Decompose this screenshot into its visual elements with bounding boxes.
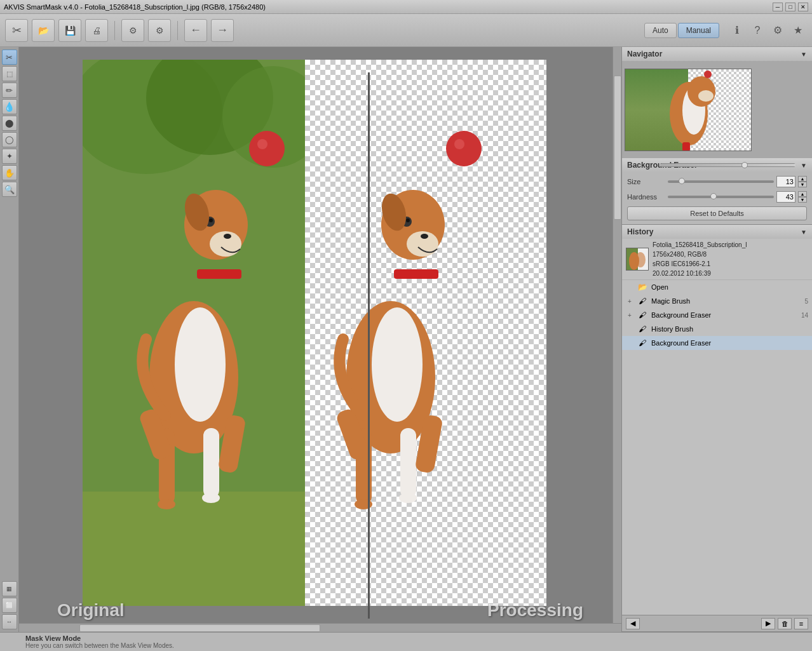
fill-tool[interactable]: 💧 [2,99,17,114]
mode-switcher: Auto Manual [644,23,719,38]
selection-tool[interactable]: ✂ [2,50,17,65]
size-slider[interactable] [668,180,774,183]
history-brush-item[interactable]: 🖌 History Brush [622,322,812,336]
hand-tool[interactable]: ✋ [2,165,17,180]
brush-tool-2[interactable]: ◯ [2,132,17,147]
rect-select-tool[interactable]: ⬚ [2,66,17,81]
v-scroll-thumb[interactable] [614,76,621,220]
manual-mode-button[interactable]: Manual [678,23,719,38]
history-menu-button[interactable]: ≡ [794,618,808,629]
reset-defaults-button[interactable]: Reset to Defaults [627,206,807,220]
undo-button[interactable]: ← [184,19,207,42]
history-brush-label: History Brush [651,325,693,333]
history-magic-brush-item[interactable]: + 🖌 Magic Brush 5 [622,294,812,308]
hardness-slider-thumb[interactable] [710,193,717,199]
svg-rect-4 [83,492,305,606]
svg-rect-36 [394,269,438,279]
print-button[interactable]: 🖨 [85,19,108,42]
view-mode-3[interactable]: ↔ [2,614,17,629]
vertical-scrollbar[interactable] [612,47,621,623]
magic-brush-count: 5 [804,298,808,305]
navigator-header[interactable]: Navigator ▼ [622,47,812,61]
right-panel: Navigator ▼ [621,47,812,632]
expand-history-brush [626,325,633,333]
history-arrow: ▼ [801,229,807,236]
size-slider-container [668,177,774,187]
settings-button-1[interactable]: ⚙ [121,19,144,42]
hardness-decrement[interactable]: ▼ [798,197,807,203]
size-increment[interactable]: ▲ [798,176,807,182]
main-area: ✂ ⬚ ✏ 💧 ⬤ ◯ ✦ ✋ 🔍 ▦ ⬜ ↔ [0,47,812,632]
history-file-item[interactable]: Fotolia_15268418_Subscription_l 1756x248… [622,239,812,280]
history-thumbnail [626,248,649,271]
maximize-button[interactable]: □ [785,3,795,11]
zoom-slider[interactable] [660,163,795,167]
info-button[interactable]: ℹ [728,22,746,39]
toolbar: ✂ 📂 💾 🖨 ⚙ ⚙ ← → Auto Manual ℹ ? ⚙ ★ [0,14,812,47]
history-delete-button[interactable]: 🗑 [778,618,792,629]
expand-magic-brush: + [626,297,633,305]
history-open-item[interactable]: 📂 Open [622,280,812,294]
open-icon: 📂 [637,282,647,292]
horizontal-scrollbar[interactable] [19,623,621,632]
favorite-button[interactable]: ★ [789,22,807,39]
auto-mode-button[interactable]: Auto [644,23,677,38]
save-button[interactable]: 💾 [58,19,81,42]
view-mode-2[interactable]: ⬜ [2,598,17,613]
history-header[interactable]: History ▼ [622,225,812,239]
history-actions: ◀ ▶ 🗑 ≡ [622,615,812,631]
canvas-area[interactable]: Original Processing [19,47,621,632]
titlebar: AKVIS SmartMask v.4.0 - Fotolia_15268418… [0,0,812,14]
history-panel: History ▼ [622,225,812,632]
brush-tool-1[interactable]: ⬤ [2,116,17,131]
hardness-label: Hardness [627,193,665,201]
size-value[interactable]: 13 [776,176,795,187]
svg-point-37 [446,131,482,166]
history-bg-eraser-item[interactable]: + 🖌 Background Eraser 14 [622,308,812,322]
svg-point-28 [421,234,428,239]
view-mode-1[interactable]: ▦ [2,581,17,596]
history-content: Fotolia_15268418_Subscription_l 1756x248… [622,239,812,615]
minimize-button[interactable]: ─ [773,3,783,11]
size-decrement[interactable]: ▼ [798,182,807,187]
hardness-increment[interactable]: ▲ [798,191,807,197]
history-play-button[interactable]: ▶ [761,618,775,629]
magic-brush-label: Magic Brush [651,297,690,305]
history-filename: Fotolia_15268418_Subscription_l [653,240,808,250]
expand-open [626,283,633,291]
hardness-stepper: ▲ ▼ [798,191,807,203]
bg-eraser-count: 14 [801,312,808,319]
brush-tool-3[interactable]: ✦ [2,149,17,164]
navigator-arrow: ▼ [801,51,807,58]
help-button[interactable]: ? [748,22,766,39]
bg-eraser-selected-icon: 🖌 [637,338,647,348]
svg-point-38 [454,139,464,149]
open-button[interactable]: 📂 [32,19,55,42]
close-button[interactable]: ✕ [798,3,808,11]
bg-eraser-tool-icon: 🖌 [637,310,647,320]
processing-label: Processing [487,600,583,621]
settings-button-2[interactable]: ⚙ [148,19,171,42]
size-row: Size 13 ▲ ▼ [627,176,807,187]
zoom-tool[interactable]: 🔍 [2,182,17,197]
svg-point-21 [257,139,267,149]
cut-button[interactable]: ✂ [5,19,28,42]
bg-eraser-selected-label: Background Eraser [651,339,711,347]
hardness-slider[interactable] [668,196,774,198]
separator-2 [177,21,178,40]
redo-button[interactable]: → [211,19,234,42]
h-scroll-thumb[interactable] [79,624,320,632]
history-back-button[interactable]: ◀ [626,618,640,629]
hardness-value[interactable]: 43 [776,191,795,203]
bg-eraser-panel: Background Eraser ▼ Size 13 ▲ ▼ [622,158,812,225]
navigator-title: Navigator [627,50,662,58]
history-bg-eraser-selected-item[interactable]: 🖌 Background Eraser [622,336,812,350]
size-slider-thumb[interactable] [679,178,685,184]
pencil-tool[interactable]: ✏ [2,83,17,98]
toolbar-right-icons: ℹ ? ⚙ ★ [728,22,807,39]
app-title: AKVIS SmartMask v.4.0 - Fotolia_15268418… [4,3,266,11]
split-divider[interactable] [368,72,370,619]
history-title: History [627,227,653,236]
preferences-button[interactable]: ⚙ [769,22,787,39]
svg-point-11 [224,234,231,239]
